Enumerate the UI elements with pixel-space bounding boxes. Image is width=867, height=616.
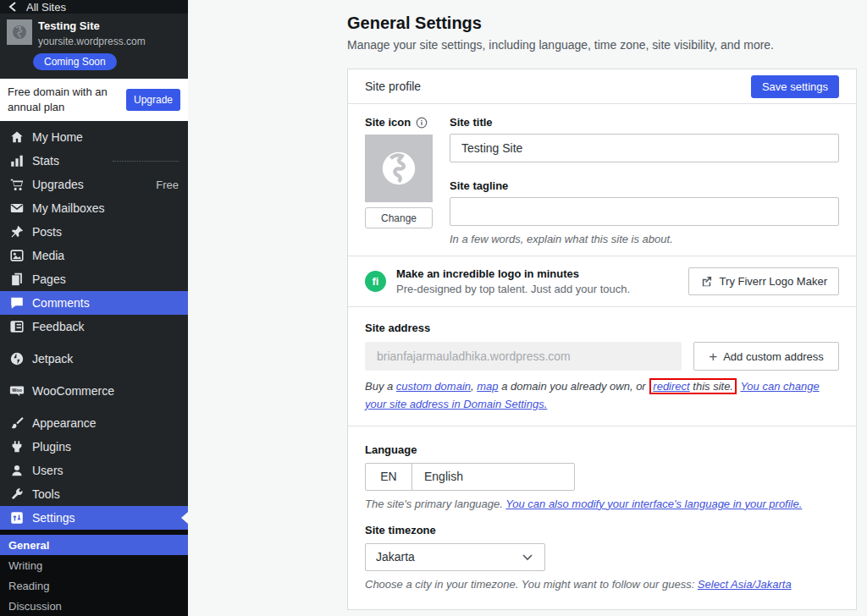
sidebar-item-plugins[interactable]: Plugins [0,435,188,459]
sidebar-item-label: Pages [32,272,66,286]
upgrade-banner: Free domain with an annual plan Upgrade [0,79,188,121]
svg-text:Woo: Woo [12,388,22,393]
add-custom-address-label: Add custom address [723,350,824,363]
hint-text: Choose a city in your timezone. You migh… [365,578,698,591]
redirect-site-link[interactable]: redirect [653,380,689,393]
submenu-item-discussion[interactable]: Discussion [0,596,188,616]
sidebar-item-jetpack[interactable]: Jetpack [0,347,188,371]
sidebar-item-posts[interactable]: Posts [0,220,188,244]
custom-domain-link[interactable]: custom domain [396,380,471,393]
timezone-value: Jakarta [376,550,415,564]
sidebar-item-label: Jetpack [32,352,73,366]
feedback-icon [9,319,25,334]
upgrade-button[interactable]: Upgrade [126,89,180,111]
chevron-down-icon [521,550,534,564]
external-link-icon [700,275,713,288]
sidebar-item-feedback[interactable]: Feedback [0,315,188,338]
upgrade-banner-text: Free domain with an annual plan [8,85,116,115]
save-settings-button[interactable]: Save settings [751,75,839,98]
globe-icon [11,24,28,41]
site-address-hint: Buy a custom domain, map a domain you al… [365,378,839,414]
sidebar-item-tools[interactable]: Tools [0,482,188,506]
site-title-input[interactable] [450,134,839,162]
site-address-input [365,342,682,371]
fiverr-subtitle: Pre-designed by top talent. Just add you… [396,283,630,295]
hint-text: The site's primary language. [365,498,505,510]
sidebar-item-label: Stats [32,154,59,168]
sidebar-item-woocommerce[interactable]: Woo WooCommerce [0,379,188,403]
site-card[interactable]: Testing Site yoursite.wordpress.com Comi… [0,14,188,78]
sidebar-item-label: Upgrades [32,178,84,191]
all-sites-back[interactable]: All Sites [0,0,188,14]
sidebar-item-label: Appearance [32,416,97,430]
fiverr-title: Make an incredible logo in minutes [396,267,630,280]
fiverr-promo: fi Make an incredible logo in minutes Pr… [348,256,856,307]
user-icon [9,463,25,478]
language-hint: The site's primary language. You can als… [365,498,839,510]
sidebar-item-label: My Home [32,130,83,144]
sidebar-item-label: My Mailboxes [32,201,105,215]
change-icon-button[interactable]: Change [365,207,433,228]
woocommerce-icon: Woo [9,383,25,399]
submenu-item-label: Writing [8,559,42,572]
sidebar-item-upgrades[interactable]: Upgrades Free [0,173,188,196]
stats-icon [9,153,25,168]
hint-text: a domain you already own, or [499,380,649,393]
sidebar-item-comments[interactable]: Comments [0,291,188,315]
pushpin-icon [9,224,25,239]
sidebar-item-pages[interactable]: Pages [0,267,188,291]
hint-text: this site. [690,380,733,393]
site-tagline-hint: In a few words, explain what this site i… [450,233,839,245]
site-icon-preview[interactable] [365,135,433,202]
sidebar-item-label: Media [32,249,64,262]
submenu-item-label: Reading [8,580,49,592]
coming-soon-badge: Coming Soon [33,53,117,70]
site-title-label: Site title [450,116,839,129]
site-title: Testing Site [38,19,146,33]
site-tagline-input[interactable] [450,197,839,226]
fiverr-logo-maker-button[interactable]: Try Fiverr Logo Maker [688,267,839,295]
timezone-select[interactable]: Jakarta [365,543,545,571]
sidebar-item-media[interactable]: Media [0,244,188,267]
fiverr-button-label: Try Fiverr Logo Maker [720,275,827,288]
sidebar-item-appearance[interactable]: Appearance [0,411,188,435]
language-code: EN [366,464,412,490]
language-picker[interactable]: EN English [365,463,575,491]
info-icon[interactable] [416,117,428,129]
card-header-title: Site profile [365,80,421,93]
chevron-left-icon [8,1,18,13]
home-icon [9,129,25,145]
sidebar-item-label: Feedback [32,320,84,333]
wrench-icon [9,487,25,502]
submenu-item-writing[interactable]: Writing [0,555,188,575]
site-address-section: Site address + Add custom address Buy a … [348,307,856,426]
sidebar-item-stats[interactable]: Stats [0,149,188,173]
hint-text: Buy a [365,380,396,393]
language-section: Language EN English The site's primary l… [348,426,856,510]
settings-submenu: General Writing Reading Discussion [0,530,188,616]
add-custom-address-button[interactable]: + Add custom address [693,342,839,371]
all-sites-label: All Sites [26,1,66,14]
fiverr-icon: fi [365,271,386,292]
map-domain-link[interactable]: map [477,380,498,393]
timezone-guess-link[interactable]: Select Asia/Jakarta [698,578,792,591]
sidebar-item-my-mailboxes[interactable]: My Mailboxes [0,196,188,220]
site-tagline-label: Site tagline [450,179,839,192]
paintbrush-icon [9,415,25,431]
media-icon [9,248,25,263]
sidebar-item-settings[interactable]: Settings [0,506,188,530]
sidebar-item-label: Plugins [32,440,71,454]
submenu-item-reading[interactable]: Reading [0,575,188,596]
sidebar-menu: My Home Stats Upgrades Free My Mailboxes… [0,121,188,530]
sidebar-item-label: Settings [32,511,75,525]
redirect-annotation-box: redirect this site. [649,378,737,394]
plug-icon [9,439,25,454]
submenu-item-general[interactable]: General [0,535,188,555]
interface-language-link[interactable]: You can also modify your interface's lan… [505,498,802,510]
cart-icon [9,177,25,192]
sidebar-item-my-home[interactable]: My Home [0,125,188,149]
site-profile-card: Site profile Save settings Site icon [347,69,857,610]
comments-icon [9,295,25,311]
jetpack-icon [9,351,25,366]
sidebar-item-users[interactable]: Users [0,459,188,482]
